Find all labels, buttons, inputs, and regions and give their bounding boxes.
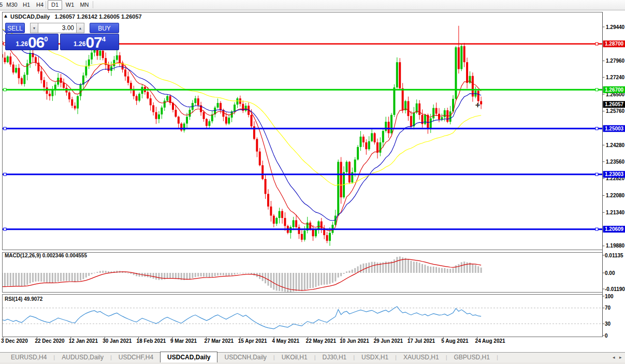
rsi-tick-label: 70 [605, 305, 611, 311]
date-tick-label: 27 Mar 2021 [204, 338, 234, 344]
timeframe-button-5[interactable]: 5 [0, 1, 4, 9]
ma-20-line [2, 28, 481, 221]
timeframe-button-m30[interactable]: M30 [5, 1, 19, 9]
sell-price-sup: 0 [44, 35, 48, 43]
symbol-tab-usdx[interactable]: USDX,H1 [355, 353, 395, 362]
timeframe-button-h4[interactable]: H4 [34, 1, 46, 9]
price-tick-label: 1.22080 [606, 193, 625, 198]
hline-handle[interactable] [595, 42, 598, 45]
price-badge-label: 1.26057 [605, 101, 624, 107]
macd-indicator-title: MACD(12,26,9) 0.002346 0.004555 [5, 253, 87, 258]
hline-handle[interactable] [4, 89, 6, 91]
hline-handle[interactable] [595, 89, 598, 91]
timeframe-toolbar: 5M30H1H4D1W1MN [0, 0, 625, 10]
symbol-tab-audusd[interactable]: AUDUSD,Daily [55, 353, 110, 362]
date-tick-label: 29 Jun 2021 [373, 338, 403, 344]
price-badge-label: 1.28700 [605, 41, 624, 47]
volume-stepper: ▼ ▲ [30, 23, 84, 33]
date-tick-label: 24 Aug 2021 [475, 338, 505, 344]
date-tick-label: 4 May 2021 [272, 338, 299, 344]
symbol-tab-usdchf[interactable]: USDCHF,H4 [112, 353, 160, 362]
hline-handle[interactable] [595, 173, 598, 176]
price-badge-label: 1.20609 [605, 226, 624, 232]
macd-tick-label: 0.00 [605, 270, 615, 276]
date-tick-label: 22 May 2021 [306, 338, 337, 344]
date-axis[interactable]: 3 Dec 202022 Dec 202012 Jan 202130 Jan 2… [1, 337, 505, 344]
date-tick-label: 17 Jul 2021 [408, 338, 435, 344]
chart-window: 1.294401.279601.272401.265001.257601.242… [0, 10, 625, 352]
price-tick-label: 1.19880 [606, 243, 625, 249]
hline-handle[interactable] [4, 173, 6, 176]
one-click-collapse-icon[interactable]: ▲ [3, 13, 8, 19]
one-click-trade-panel: SELL ▼ ▲ BUY 1.26060 1.26074 [5, 23, 119, 50]
date-tick-label: 12 Jan 2021 [69, 338, 98, 344]
volume-decrease-button[interactable]: ▼ [30, 23, 38, 33]
macd-tick-label: -0.01190 [605, 286, 625, 292]
date-tick-label: 5 Aug 2021 [441, 338, 469, 344]
timeframe-button-w1[interactable]: W1 [63, 1, 77, 9]
tab-scroll-right-icon[interactable]: ▸ [619, 355, 622, 360]
price-tick-label: 1.29440 [606, 24, 625, 30]
price-badge-label: 1.25003 [605, 126, 624, 132]
tab-separator: | [497, 353, 498, 362]
rsi-tick-label: 30 [605, 321, 611, 327]
buy-price-big: 07 [85, 36, 101, 49]
toolbar-separator [46, 1, 46, 8]
buy-button[interactable]: BUY [90, 23, 119, 33]
price-badge-label: 1.26700 [605, 87, 624, 93]
symbol-tab-eurusd[interactable]: EURUSD,H4 [4, 353, 53, 362]
macd-series [2, 256, 482, 292]
hline-handle[interactable] [595, 228, 598, 230]
volume-increase-button[interactable]: ▲ [76, 23, 84, 33]
rsi-tick-label: 0 [605, 333, 608, 339]
symbol-tab-usdcnh[interactable]: USDCNH,Daily [217, 353, 273, 362]
price-tick-label: 1.23560 [606, 159, 625, 165]
volume-input[interactable] [38, 23, 76, 33]
hline-handle[interactable] [4, 228, 6, 230]
date-tick-label: 30 Jan 2021 [103, 338, 132, 344]
symbol-tab-ukoil[interactable]: UKOil,H1 [275, 353, 314, 362]
candlestick-series [1, 26, 482, 246]
symbol-tab-dj30[interactable]: DJ30,H1 [316, 353, 354, 362]
hline-handle[interactable] [4, 127, 6, 130]
timeframe-button-d1[interactable]: D1 [48, 0, 62, 10]
chart-symbol-label: USDCAD,Daily [10, 13, 50, 20]
chart-ohlc-label: 1.26057 1.26142 1.26005 1.26057 [54, 13, 141, 20]
price-tick-label: 1.27240 [606, 75, 625, 80]
rsi-tick-label: 100 [605, 294, 614, 299]
symbol-tab-gbpusd[interactable]: GBPUSD,H1 [447, 353, 497, 362]
horizontal-level-lines[interactable] [3, 42, 602, 230]
rsi-indicator-title: RSI(14) 49.9072 [5, 296, 42, 302]
rsi-pane[interactable] [3, 295, 603, 337]
rsi-line [2, 307, 481, 329]
timeframe-button-mn[interactable]: MN [77, 1, 92, 9]
tab-scroll-left-icon[interactable]: ◂ [613, 355, 615, 360]
symbol-tab-xauusd[interactable]: XAUUSD,H1 [397, 353, 446, 362]
symbol-tab-usdcad[interactable]: USDCAD,Daily [160, 352, 217, 363]
timeframe-button-h1[interactable]: H1 [21, 1, 32, 9]
date-tick-label: 10 Jun 2021 [340, 338, 369, 344]
date-tick-label: 18 Feb 2021 [137, 338, 166, 344]
date-tick-label: 15 Apr 2021 [238, 338, 267, 344]
sell-button[interactable]: SELL [5, 23, 25, 33]
date-tick-label: 3 Dec 2020 [1, 338, 28, 344]
buy-price-sup: 4 [102, 35, 106, 43]
price-tick-label: 1.25760 [606, 108, 625, 114]
price-badge-label: 1.23003 [605, 171, 624, 177]
ma-10-line [2, 41, 481, 231]
sell-price-base: 1.26 [16, 40, 28, 48]
sell-price-box[interactable]: 1.26060 [5, 34, 59, 50]
buy-price-box[interactable]: 1.26074 [60, 34, 119, 50]
symbol-tabbar: EURUSD,H4|AUDUSD,Daily|USDCHF,H4USDCAD,D… [0, 352, 625, 362]
macd-tick-label: 0.01135 [605, 253, 623, 258]
chart-title: USDCAD,Daily 1.26057 1.26142 1.26005 1.2… [10, 13, 142, 20]
toolbar-separator [93, 1, 93, 8]
rsi-series [2, 307, 602, 329]
hline-handle[interactable] [595, 127, 598, 130]
mouse-cursor-icon: ✛ [475, 102, 480, 109]
chart-canvas[interactable]: 1.294401.279601.272401.265001.257601.242… [0, 10, 625, 352]
date-tick-label: 9 Mar 2021 [170, 338, 197, 344]
buy-price-base: 1.26 [74, 40, 85, 48]
price-tick-label: 1.21340 [606, 210, 625, 215]
price-axis[interactable]: 1.294401.279601.272401.265001.257601.242… [603, 12, 625, 339]
